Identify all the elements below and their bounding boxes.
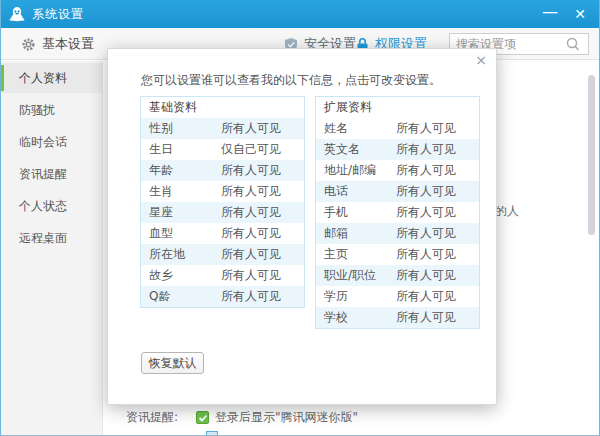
table-row: 性别所有人可见 xyxy=(141,118,304,139)
visibility-value[interactable]: 所有人可见 xyxy=(396,307,456,328)
privacy-settings-dialog: × 您可以设置谁可以查看我的以下信息，点击可改变设置。 基础资料 性别所有人可见… xyxy=(107,48,497,405)
vertical-scrollbar-thumb[interactable] xyxy=(588,75,595,235)
dialog-close-icon[interactable]: × xyxy=(472,51,490,69)
background-news-alert-row: 资讯提醒: 登录后显示"腾讯网迷你版" xyxy=(126,409,358,426)
table-row: 邮箱所有人可见 xyxy=(316,223,479,244)
sidebar-item-remote-desktop[interactable]: 远程桌面 xyxy=(1,223,102,253)
sidebar-item-label: 资讯提醒 xyxy=(19,167,67,181)
table-row: 职业/职位所有人可见 xyxy=(316,265,479,286)
table-row: 手机所有人可见 xyxy=(316,202,479,223)
tab-basic-settings[interactable]: 基本设置 xyxy=(21,28,94,60)
settings-sidebar: 个人资料 防骚扰 临时会话 资讯提醒 个人状态 远程桌面 xyxy=(1,61,103,436)
field-label: 生肖 xyxy=(141,181,221,202)
table-row: 英文名所有人可见 xyxy=(316,139,479,160)
checkbox-label: 登录后显示"腾讯网迷你版" xyxy=(215,409,358,426)
table-row: 学校所有人可见 xyxy=(316,307,479,328)
visibility-value[interactable]: 所有人可见 xyxy=(221,160,281,181)
field-label: 年龄 xyxy=(141,160,221,181)
sidebar-item-label: 个人资料 xyxy=(19,71,67,85)
checked-checkbox[interactable] xyxy=(196,411,209,424)
table-row: 姓名所有人可见 xyxy=(316,118,479,139)
dialog-intro-text: 您可以设置谁可以查看我的以下信息，点击可改变设置。 xyxy=(141,72,441,89)
basic-info-table: 基础资料 性别所有人可见 生日仅自己可见 年龄所有人可见 生肖所有人可见 星座所… xyxy=(140,96,305,308)
sidebar-item-personal-profile[interactable]: 个人资料 xyxy=(1,63,102,93)
sidebar-item-label: 防骚扰 xyxy=(19,103,55,117)
visibility-value[interactable]: 所有人可见 xyxy=(221,118,281,139)
sidebar-item-news-alert[interactable]: 资讯提醒 xyxy=(1,159,102,189)
gear-icon xyxy=(21,37,36,52)
table-row: 地址/邮编所有人可见 xyxy=(316,160,479,181)
table-row: 血型所有人可见 xyxy=(141,223,304,244)
tab-label: 基本设置 xyxy=(42,35,94,53)
field-label: 性别 xyxy=(141,118,221,139)
table-row: 生肖所有人可见 xyxy=(141,181,304,202)
search-icon[interactable] xyxy=(564,35,582,53)
field-label: 主页 xyxy=(316,244,396,265)
check-icon xyxy=(198,413,208,423)
field-label: 所在地 xyxy=(141,244,221,265)
visibility-value[interactable]: 所有人可见 xyxy=(221,286,281,307)
field-label: 学历 xyxy=(316,286,396,307)
field-label: 姓名 xyxy=(316,118,396,139)
field-label: 地址/邮编 xyxy=(316,160,396,181)
field-label: 故乡 xyxy=(141,265,221,286)
field-label: 职业/职位 xyxy=(316,265,396,286)
field-label: 血型 xyxy=(141,223,221,244)
minimize-button[interactable]: — xyxy=(535,0,565,28)
table-row: 主页所有人可见 xyxy=(316,244,479,265)
field-label: 学校 xyxy=(316,307,396,328)
field-label: 英文名 xyxy=(316,139,396,160)
visibility-value[interactable]: 所有人可见 xyxy=(396,139,456,160)
table-header: 扩展资料 xyxy=(316,97,479,118)
visibility-value[interactable]: 所有人可见 xyxy=(221,181,281,202)
sidebar-item-label: 个人状态 xyxy=(19,199,67,213)
visibility-value[interactable]: 仅自己可见 xyxy=(221,139,281,160)
visibility-value[interactable]: 所有人可见 xyxy=(396,286,456,307)
visibility-value[interactable]: 所有人可见 xyxy=(396,202,456,223)
field-label: Q龄 xyxy=(141,286,221,307)
table-row: 年龄所有人可见 xyxy=(141,160,304,181)
table-row: 所在地所有人可见 xyxy=(141,244,304,265)
visibility-value[interactable]: 所有人可见 xyxy=(396,223,456,244)
visibility-value[interactable]: 所有人可见 xyxy=(396,118,456,139)
table-header: 基础资料 xyxy=(141,97,304,118)
qq-penguin-icon xyxy=(9,6,25,22)
cutoff-checkbox[interactable] xyxy=(206,431,218,436)
window-title: 系统设置 xyxy=(32,6,84,23)
sidebar-item-label: 临时会话 xyxy=(19,135,67,149)
system-settings-window: 系统设置 — ✕ 基本设置 安全设置 权限设置 xyxy=(0,0,600,436)
table-row: 故乡所有人可见 xyxy=(141,265,304,286)
visibility-value[interactable]: 所有人可见 xyxy=(221,265,281,286)
table-row: 生日仅自己可见 xyxy=(141,139,304,160)
table-row: 星座所有人可见 xyxy=(141,202,304,223)
field-label: 电话 xyxy=(316,181,396,202)
restore-defaults-button[interactable]: 恢复默认 xyxy=(141,352,204,374)
field-label: 邮箱 xyxy=(316,223,396,244)
visibility-value[interactable]: 所有人可见 xyxy=(396,244,456,265)
visibility-value[interactable]: 所有人可见 xyxy=(221,223,281,244)
news-alert-label: 资讯提醒: xyxy=(126,409,178,426)
visibility-value[interactable]: 所有人可见 xyxy=(396,265,456,286)
visibility-value[interactable]: 所有人可见 xyxy=(396,181,456,202)
table-row: Q龄所有人可见 xyxy=(141,286,304,307)
sidebar-item-temp-session[interactable]: 临时会话 xyxy=(1,127,102,157)
sidebar-item-anti-harassment[interactable]: 防骚扰 xyxy=(1,95,102,125)
field-label: 星座 xyxy=(141,202,221,223)
field-label: 手机 xyxy=(316,202,396,223)
titlebar: 系统设置 — ✕ xyxy=(1,0,600,28)
visibility-value[interactable]: 所有人可见 xyxy=(396,160,456,181)
sidebar-item-personal-status[interactable]: 个人状态 xyxy=(1,191,102,221)
extended-info-table: 扩展资料 姓名所有人可见 英文名所有人可见 地址/邮编所有人可见 电话所有人可见… xyxy=(315,96,480,329)
close-button[interactable]: ✕ xyxy=(565,0,595,28)
background-partial-text: 的人 xyxy=(495,203,519,220)
sidebar-item-label: 远程桌面 xyxy=(19,231,67,245)
visibility-value[interactable]: 所有人可见 xyxy=(221,244,281,265)
visibility-value[interactable]: 所有人可见 xyxy=(221,202,281,223)
table-row: 学历所有人可见 xyxy=(316,286,479,307)
table-row: 电话所有人可见 xyxy=(316,181,479,202)
field-label: 生日 xyxy=(141,139,221,160)
